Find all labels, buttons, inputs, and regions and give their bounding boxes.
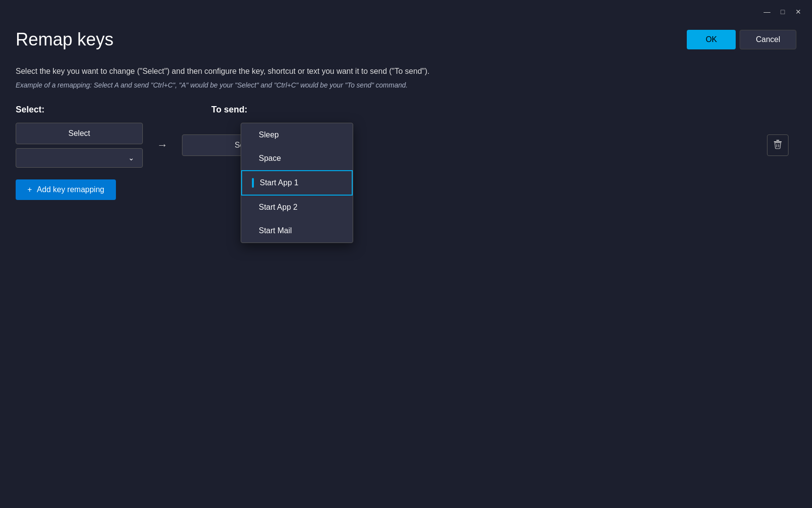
dropdown-item-space-label: Space bbox=[259, 154, 281, 163]
key-type-dropdown[interactable]: ⌄ bbox=[16, 148, 143, 168]
delete-remapping-button[interactable] bbox=[767, 134, 789, 156]
tosend-column-label: To send: bbox=[211, 105, 796, 115]
title-bar: — □ ✕ bbox=[0, 0, 812, 18]
left-group: Select ⌄ bbox=[16, 123, 143, 168]
add-key-remapping-label: Add key remapping bbox=[37, 185, 104, 194]
cancel-button[interactable]: Cancel bbox=[740, 30, 796, 49]
dropdown-item-start-mail-label: Start Mail bbox=[259, 226, 292, 235]
description-example: Example of a remapping: Select A and sen… bbox=[16, 81, 796, 89]
dropdown-item-start-mail[interactable]: Start Mail bbox=[241, 219, 353, 243]
header-buttons: OK Cancel bbox=[687, 30, 796, 49]
dropdown-chevron-icon: ⌄ bbox=[128, 154, 135, 162]
columns-header: Select: To send: bbox=[16, 105, 796, 115]
dropdown-item-sleep-label: Sleep bbox=[259, 131, 279, 139]
header-row: Remap keys OK Cancel bbox=[16, 29, 796, 50]
svg-rect-1 bbox=[774, 141, 782, 142]
content-area: Remap keys OK Cancel Select the key you … bbox=[0, 18, 812, 212]
page-title: Remap keys bbox=[16, 29, 113, 50]
dropdown-item-start-app-2-label: Start App 2 bbox=[259, 203, 297, 212]
close-button[interactable]: ✕ bbox=[792, 6, 804, 18]
trash-icon bbox=[773, 139, 783, 152]
dropdown-item-space[interactable]: Space bbox=[241, 147, 353, 170]
dropdown-item-sleep[interactable]: Sleep bbox=[241, 123, 353, 147]
dropdown-item-start-app-2[interactable]: Start App 2 bbox=[241, 196, 353, 219]
remapping-wrapper: Select ⌄ → Select bbox=[16, 123, 796, 168]
add-key-remapping-button[interactable]: + Add key remapping bbox=[16, 179, 116, 200]
minimize-button[interactable]: — bbox=[761, 6, 773, 18]
select-key-button[interactable]: Select bbox=[16, 123, 143, 144]
dropdown-item-start-app-1-label: Start App 1 bbox=[260, 178, 298, 187]
dropdown-menu: Sleep Space Start App 1 Start App 2 Star… bbox=[241, 123, 353, 243]
ok-button[interactable]: OK bbox=[687, 30, 736, 49]
arrow-separator: → bbox=[143, 139, 182, 152]
svg-rect-0 bbox=[776, 140, 779, 141]
select-column-label: Select: bbox=[16, 105, 172, 115]
dropdown-item-start-app-1[interactable]: Start App 1 bbox=[241, 170, 353, 196]
remap-keys-window: — □ ✕ Remap keys OK Cancel Select the ke… bbox=[0, 0, 812, 508]
remapping-row: Select ⌄ → Select bbox=[16, 123, 796, 168]
description-main: Select the key you want to change ("Sele… bbox=[16, 66, 796, 77]
maximize-button[interactable]: □ bbox=[777, 6, 789, 18]
arrow-icon: → bbox=[157, 139, 168, 152]
plus-icon: + bbox=[27, 185, 32, 194]
